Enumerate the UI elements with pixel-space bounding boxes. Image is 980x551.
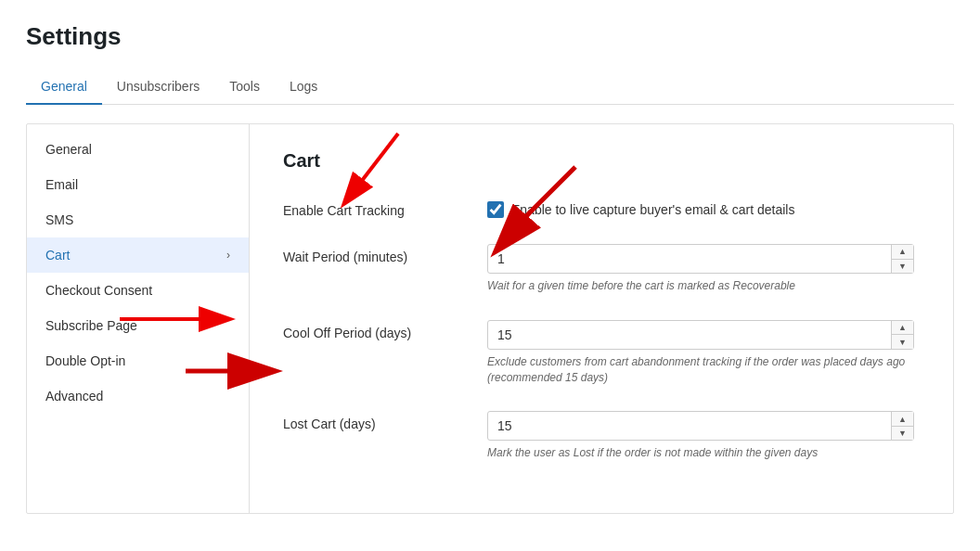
chevron-right-icon: ›	[226, 249, 230, 262]
field-control-cool-off-period: ▲ ▼ Exclude customers from cart abandonm…	[487, 320, 920, 386]
sidebar-item-checkout-consent[interactable]: Checkout Consent	[27, 273, 249, 308]
page-title: Settings	[26, 22, 954, 51]
tab-tools[interactable]: Tools	[214, 70, 275, 105]
sidebar-item-cart[interactable]: Cart ›	[27, 237, 249, 273]
enable-cart-tracking-checkbox[interactable]	[487, 201, 504, 218]
field-label-cool-off-period: Cool Off Period (days)	[283, 320, 487, 340]
field-row-cool-off-period: Cool Off Period (days) ▲ ▼ Exclude custo…	[283, 320, 920, 386]
field-row-wait-period: Wait Period (minutes) ▲ ▼ Wait for a giv…	[283, 244, 920, 294]
sidebar-item-advanced[interactable]: Advanced	[27, 378, 249, 414]
wait-period-spinner: ▲ ▼	[891, 245, 913, 273]
lost-cart-down[interactable]: ▼	[892, 427, 913, 441]
sidebar: General Email SMS Cart › Checkout Consen…	[27, 124, 250, 513]
wait-period-up[interactable]: ▲	[892, 245, 913, 260]
cool-off-period-up[interactable]: ▲	[892, 321, 913, 336]
field-row-enable-cart-tracking: Enable Cart Tracking Enable to live capt…	[283, 198, 920, 218]
sidebar-item-email[interactable]: Email	[27, 167, 249, 202]
lost-cart-input[interactable]	[487, 411, 914, 441]
lost-cart-hint: Mark the user as Lost if the order is no…	[487, 445, 920, 461]
wait-period-hint: Wait for a given time before the cart is…	[487, 278, 920, 294]
wait-period-input[interactable]	[487, 244, 914, 274]
lost-cart-spinner: ▲ ▼	[891, 412, 913, 440]
sidebar-item-double-opt-in[interactable]: Double Opt-in	[27, 343, 249, 378]
field-control-enable-cart-tracking: Enable to live capture buyer's email & c…	[487, 198, 920, 218]
content-area: General Email SMS Cart › Checkout Consen…	[26, 123, 954, 514]
top-tabs: General Unsubscribers Tools Logs	[26, 70, 954, 105]
cool-off-period-spinner: ▲ ▼	[891, 321, 913, 349]
sidebar-item-general[interactable]: General	[27, 132, 249, 167]
field-label-enable-cart-tracking: Enable Cart Tracking	[283, 198, 487, 218]
wait-period-down[interactable]: ▼	[892, 260, 913, 274]
field-control-wait-period: ▲ ▼ Wait for a given time before the car…	[487, 244, 920, 294]
cool-off-period-hint: Exclude customers from cart abandonment …	[487, 354, 920, 386]
sidebar-item-subscribe-page[interactable]: Subscribe Page	[27, 308, 249, 343]
field-label-wait-period: Wait Period (minutes)	[283, 244, 487, 264]
tab-unsubscribers[interactable]: Unsubscribers	[102, 70, 214, 105]
field-row-lost-cart: Lost Cart (days) ▲ ▼ Mark the user as Lo…	[283, 411, 920, 461]
sidebar-item-sms[interactable]: SMS	[27, 202, 249, 237]
main-content: Cart Enable Cart Tracking Enable to live…	[250, 124, 953, 513]
field-label-lost-cart: Lost Cart (days)	[283, 411, 487, 431]
section-title: Cart	[283, 150, 920, 172]
lost-cart-up[interactable]: ▲	[892, 412, 913, 427]
field-control-lost-cart: ▲ ▼ Mark the user as Lost if the order i…	[487, 411, 920, 461]
cool-off-period-down[interactable]: ▼	[892, 335, 913, 349]
tab-logs[interactable]: Logs	[275, 70, 332, 105]
tab-general[interactable]: General	[26, 70, 102, 105]
cool-off-period-input[interactable]	[487, 320, 914, 350]
enable-cart-tracking-label: Enable to live capture buyer's email & c…	[511, 202, 794, 217]
